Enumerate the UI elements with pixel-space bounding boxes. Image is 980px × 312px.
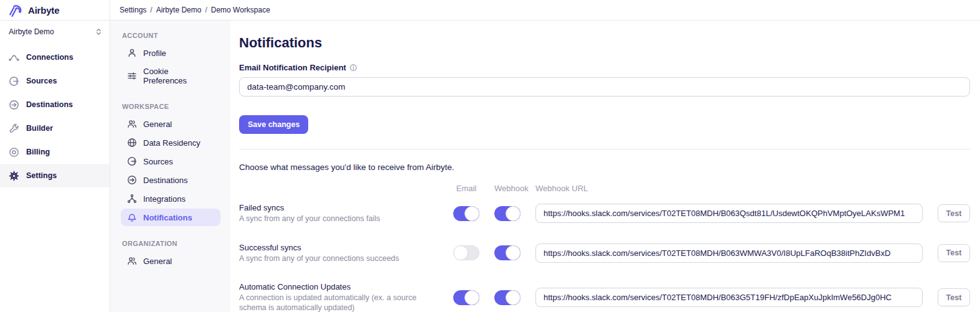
settings-nav-item-destinations[interactable]: Destinations (121, 171, 220, 189)
settings-nav-item-cookie-preferences[interactable]: Cookie Preferences (121, 63, 220, 89)
settings-nav-label: Integrations (143, 194, 186, 204)
sidebar-item-billing[interactable]: Billing (0, 140, 110, 164)
sidebar-item-label: Sources (26, 77, 57, 85)
sidebar-item-settings[interactable]: Settings (0, 164, 110, 187)
sidebar-item-label: Settings (26, 171, 57, 180)
breadcrumb-separator: / (205, 6, 207, 14)
main-content: Notifications Email Notification Recipie… (230, 21, 980, 312)
toggle-knob (464, 206, 479, 221)
test-webhook-button[interactable]: Test (938, 244, 970, 262)
settings-nav-item-org-general[interactable]: General (121, 252, 220, 270)
bell-icon (127, 212, 137, 222)
notification-row-failed-syncs: Failed syncs A sync from any of your con… (239, 203, 970, 224)
brand-name: Airbyte (28, 5, 59, 16)
settings-nav-item-profile[interactable]: Profile (121, 44, 220, 62)
sidebar-item-destinations[interactable]: Destinations (0, 93, 110, 116)
settings-nav-item-general[interactable]: General (121, 115, 220, 133)
webhook-url-input[interactable] (535, 288, 923, 307)
workspace-selector[interactable]: Airbyte Demo (0, 21, 110, 42)
webhook-url-input[interactable] (535, 243, 923, 263)
source-icon (9, 76, 19, 87)
notification-row-automatic-connection-updates: Automatic Connection Updates A connectio… (239, 282, 970, 312)
settings-nav-label: Profile (143, 49, 166, 58)
notifications-table-header: Email Webhook Webhook URL (239, 184, 970, 193)
test-webhook-button[interactable]: Test (938, 204, 970, 222)
connections-icon (9, 52, 19, 63)
sidebar-item-builder[interactable]: Builder (0, 116, 110, 140)
settings-section-account: ACCOUNT Profile Cookie Preferen (121, 32, 220, 89)
email-toggle[interactable] (453, 206, 479, 221)
settings-nav-label: General (143, 120, 172, 129)
row-title: Successful syncs (239, 243, 438, 252)
info-icon[interactable] (349, 64, 357, 72)
chevron-updown-icon (95, 27, 103, 36)
breadcrumb-separator: / (150, 6, 152, 14)
column-header-webhook: Webhook (494, 184, 521, 193)
destination-icon (127, 175, 137, 185)
globe-icon (127, 138, 137, 148)
settings-nav-label: Cookie Preferences (143, 67, 214, 85)
breadcrumb-organization[interactable]: Airbyte Demo (156, 6, 202, 14)
main-sidebar: Airbyte Demo Connections (0, 21, 110, 312)
integrations-icon (127, 194, 137, 204)
settings-nav-label: Data Residency (143, 138, 200, 148)
save-changes-button[interactable]: Save changes (239, 115, 308, 134)
settings-section-workspace: WORKSPACE General (121, 103, 220, 226)
settings-nav-label: General (143, 257, 172, 266)
settings-nav-item-integrations[interactable]: Integrations (121, 190, 220, 207)
breadcrumb-settings[interactable]: Settings (120, 6, 146, 14)
column-header-webhook-url: Webhook URL (535, 184, 923, 193)
settings-nav: ACCOUNT Profile Cookie Preferen (110, 21, 230, 312)
row-text: Failed syncs A sync from any of your con… (239, 203, 438, 224)
row-description: A sync from any of your connections succ… (239, 254, 438, 264)
user-icon (127, 48, 137, 58)
toggle-knob (464, 290, 479, 305)
webhook-toggle[interactable] (494, 245, 521, 260)
toggle-knob (506, 206, 521, 221)
toggle-knob (506, 245, 521, 260)
email-toggle[interactable] (453, 245, 479, 260)
webhook-toggle[interactable] (494, 290, 521, 305)
brand-logo[interactable]: Airbyte (0, 0, 110, 21)
row-title: Failed syncs (239, 203, 438, 212)
settings-nav-label: Sources (143, 157, 173, 166)
section-divider (239, 149, 970, 149)
settings-section-organization: ORGANIZATION General (121, 240, 220, 270)
breadcrumb: Settings / Airbyte Demo / Demo Workspace (120, 6, 270, 14)
sidebar-item-label: Billing (26, 148, 50, 156)
settings-nav-label: Notifications (143, 213, 192, 222)
settings-nav-item-notifications[interactable]: Notifications (121, 209, 220, 226)
sidebar-item-label: Connections (26, 53, 73, 62)
email-toggle[interactable] (453, 290, 479, 305)
top-bar: Settings / Airbyte Demo / Demo Workspace (110, 0, 980, 21)
sliders-icon (127, 71, 137, 81)
row-title: Automatic Connection Updates (239, 282, 438, 291)
gear-icon (9, 171, 19, 181)
users-icon (127, 119, 137, 129)
page-title: Notifications (239, 35, 970, 51)
toggle-knob (453, 245, 468, 260)
toggle-knob (506, 290, 521, 305)
app-window: Airbyte Settings / Airbyte Demo / Demo W… (0, 0, 980, 312)
wrench-icon (9, 123, 19, 134)
source-icon (127, 156, 137, 166)
destination-icon (9, 100, 19, 110)
sidebar-item-label: Destinations (26, 100, 73, 109)
webhook-toggle[interactable] (494, 206, 521, 221)
users-icon (127, 256, 137, 266)
sidebar-nav: Connections Sources Dest (0, 45, 110, 187)
email-recipient-input[interactable] (239, 77, 970, 97)
notifications-intro-text: Choose what messages you'd like to recei… (239, 163, 970, 172)
settings-nav-item-sources[interactable]: Sources (121, 153, 220, 170)
breadcrumb-workspace[interactable]: Demo Workspace (211, 6, 270, 14)
sidebar-item-connections[interactable]: Connections (0, 45, 110, 69)
sidebar-item-sources[interactable]: Sources (0, 69, 110, 93)
settings-nav-label: Destinations (143, 176, 188, 185)
test-webhook-button[interactable]: Test (938, 288, 970, 306)
settings-nav-item-data-residency[interactable]: Data Residency (121, 134, 220, 151)
section-label: ACCOUNT (122, 32, 220, 39)
section-label: WORKSPACE (122, 103, 220, 110)
webhook-url-input[interactable] (535, 204, 923, 223)
row-text: Successful syncs A sync from any of your… (239, 243, 438, 264)
email-recipient-label: Email Notification Recipient (239, 63, 970, 72)
